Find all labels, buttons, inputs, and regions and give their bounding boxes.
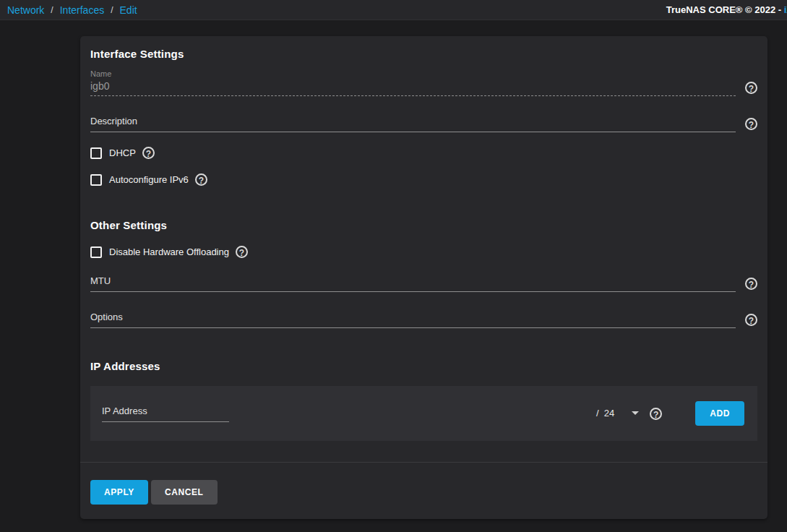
disable-hw-offloading-label: Disable Hardware Offloading	[109, 246, 229, 257]
autoconfigure-ipv6-help-icon[interactable]: ?	[195, 173, 207, 186]
breadcrumb-link-network[interactable]: Network	[7, 4, 44, 16]
chevron-down-icon	[632, 411, 639, 415]
breadcrumb-separator: /	[51, 5, 53, 15]
name-field-row: Name ?	[90, 69, 757, 96]
form-actions: APPLY CANCEL	[80, 462, 767, 519]
name-input	[90, 80, 736, 96]
options-input[interactable]	[90, 312, 736, 328]
disable-hw-offloading-row: Disable Hardware Offloading ?	[90, 246, 757, 258]
breadcrumb-link-interfaces[interactable]: Interfaces	[60, 4, 104, 16]
netmask-value: 24	[604, 408, 614, 419]
interface-edit-card: Interface Settings Name ? ? DHCP ? Autoc…	[80, 36, 767, 519]
ip-address-help-icon[interactable]: ?	[650, 408, 662, 420]
autoconfigure-ipv6-row: Autoconfigure IPv6 ?	[90, 173, 757, 186]
vendor-link[interactable]: iX	[784, 4, 787, 15]
ip-address-input[interactable]	[102, 406, 229, 422]
ip-address-panel: / 24 ? ADD	[90, 386, 757, 441]
netmask-select[interactable]: / 24	[596, 408, 639, 419]
description-input[interactable]	[90, 116, 736, 132]
apply-button[interactable]: APPLY	[90, 480, 148, 505]
autoconfigure-ipv6-label: Autoconfigure IPv6	[109, 174, 189, 185]
dhcp-checkbox[interactable]	[90, 147, 102, 159]
breadcrumb-link-edit[interactable]: Edit	[120, 4, 137, 16]
options-field-row: ?	[90, 312, 757, 328]
mtu-help-icon[interactable]: ?	[745, 278, 757, 290]
mtu-field-row: ?	[90, 275, 757, 292]
copyright-label: TrueNAS CORE® © 2022 -	[666, 4, 784, 15]
add-button[interactable]: ADD	[695, 401, 744, 426]
autoconfigure-ipv6-checkbox[interactable]	[90, 174, 102, 186]
description-field-row: ?	[90, 116, 757, 132]
mtu-input[interactable]	[90, 275, 736, 292]
description-help-icon[interactable]: ?	[745, 118, 757, 130]
breadcrumb-separator: /	[111, 5, 113, 15]
section-title-interface-settings: Interface Settings	[90, 36, 757, 60]
cancel-button[interactable]: CANCEL	[151, 480, 218, 505]
disable-hw-offloading-checkbox[interactable]	[90, 246, 102, 258]
disable-hw-offloading-help-icon[interactable]: ?	[236, 246, 248, 258]
dhcp-row: DHCP ?	[90, 147, 757, 159]
copyright-text: TrueNAS CORE® © 2022 - iX	[666, 4, 787, 15]
top-bar: Network / Interfaces / Edit TrueNAS CORE…	[0, 0, 787, 20]
section-title-other-settings: Other Settings	[90, 219, 757, 231]
dhcp-help-icon[interactable]: ?	[142, 147, 155, 159]
netmask-prefix: /	[596, 408, 599, 419]
breadcrumb: Network / Interfaces / Edit	[7, 4, 137, 16]
options-help-icon[interactable]: ?	[745, 314, 757, 326]
name-help-icon[interactable]: ?	[745, 82, 757, 94]
section-title-ip-addresses: IP Addresses	[90, 360, 757, 372]
dhcp-label: DHCP	[109, 147, 136, 158]
name-field-label: Name	[90, 69, 736, 78]
